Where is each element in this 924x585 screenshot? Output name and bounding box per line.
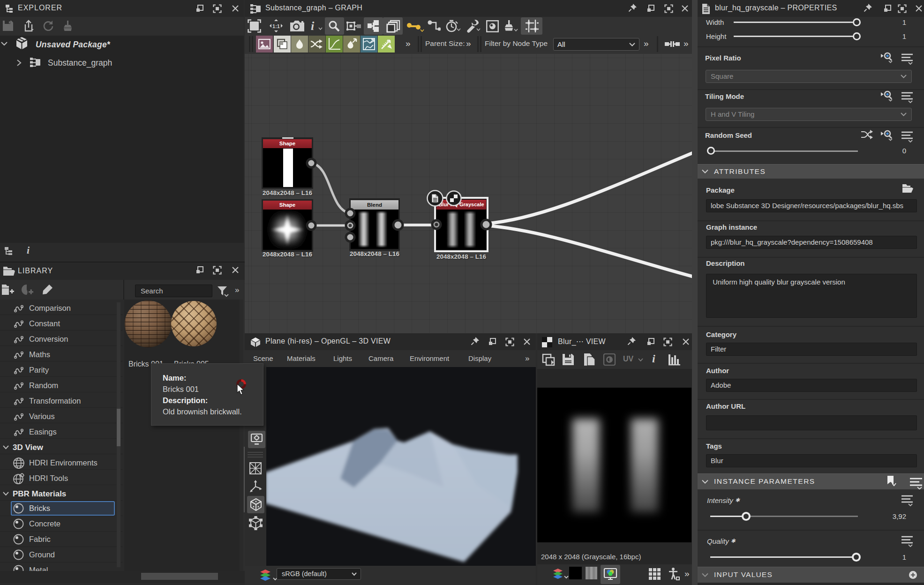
svg-text:1:1: 1:1 xyxy=(272,23,280,29)
